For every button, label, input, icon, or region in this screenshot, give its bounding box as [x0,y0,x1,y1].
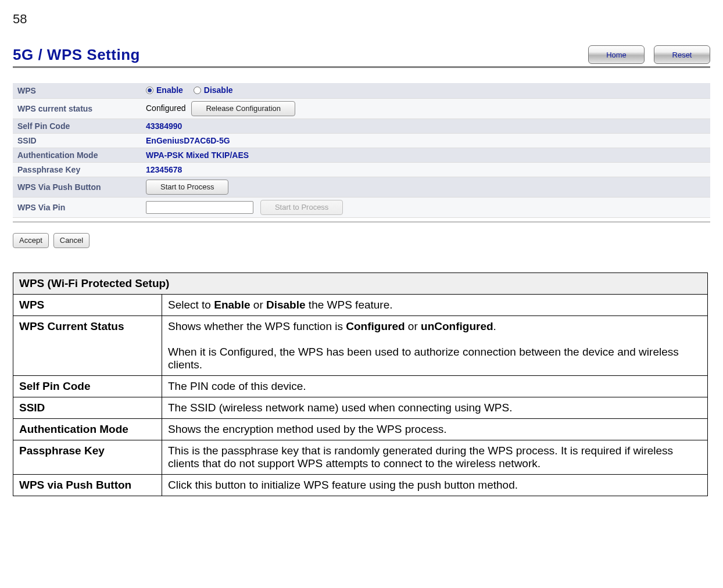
label-status: WPS current status [13,98,141,119]
start-to-process-push-button[interactable]: Start to Process [146,180,228,195]
label-ssid: SSID [13,133,141,148]
doc-term: WPS Current Status [13,315,162,375]
doc-description: This is the passphrase key that is rando… [162,440,708,474]
label-pass: Passphrase Key [13,162,141,177]
page-number: 58 [13,12,710,27]
label-pin-in: WPS Via Pin [13,197,141,217]
value-ssid: EnGeniusD7AC6D-5G [141,133,710,148]
doc-term: Authentication Mode [13,418,162,440]
config-table: WPS Enable Disable WPS current status Co… [13,83,710,218]
doc-description: Shows whether the WPS function is Config… [162,315,708,375]
cancel-button[interactable]: Cancel [53,233,90,248]
row-pin-in: WPS Via Pin Start to Process [13,197,710,217]
doc-row: SSIDThe SSID (wireless network name) use… [13,397,708,418]
doc-description: Shows the encryption method used by the … [162,418,708,440]
row-wps: WPS Enable Disable [13,83,710,98]
doc-row: WPSSelect to Enable or Disable the WPS f… [13,294,708,315]
panel-header: 5G / WPS Setting Home Reset [13,45,710,68]
value-push: Start to Process [141,177,710,197]
footer-buttons: Accept Cancel [13,233,710,248]
doc-term: WPS [13,294,162,315]
row-pin: Self Pin Code 43384990 [13,119,710,133]
release-configuration-button[interactable]: Release Configuration [191,101,295,116]
radio-disable-label: Disable [204,85,233,95]
label-pin: Self Pin Code [13,119,141,133]
row-ssid: SSID EnGeniusD7AC6D-5G [13,133,710,148]
value-status: Configured Release Configuration [141,98,710,119]
value-auth: WPA-PSK Mixed TKIP/AES [141,148,710,162]
doc-term: WPS via Push Button [13,474,162,496]
reset-button[interactable]: Reset [654,45,710,64]
doc-row: WPS via Push ButtonClick this button to … [13,474,708,496]
row-push: WPS Via Push Button Start to Process [13,177,710,197]
label-auth: Authentication Mode [13,148,141,162]
wps-pin-input[interactable] [146,201,253,214]
doc-row: Authentication ModeShows the encryption … [13,418,708,440]
status-text: Configured [146,103,186,113]
row-auth: Authentication Mode WPA-PSK Mixed TKIP/A… [13,148,710,162]
value-wps: Enable Disable [141,83,710,98]
doc-description: The SSID (wireless network name) used wh… [162,397,708,418]
radio-dot-checked-icon [146,87,153,94]
panel-title: 5G / WPS Setting [13,46,579,64]
label-wps: WPS [13,83,141,98]
value-pin-in: Start to Process [141,197,710,217]
accept-button[interactable]: Accept [13,233,49,248]
doc-description: Select to Enable or Disable the WPS feat… [162,294,708,315]
doc-term: Passphrase Key [13,440,162,474]
doc-term: SSID [13,397,162,418]
radio-enable[interactable]: Enable [146,85,183,95]
doc-row: Passphrase KeyThis is the passphrase key… [13,440,708,474]
radio-enable-label: Enable [156,85,183,95]
page: 58 5G / WPS Setting Home Reset WPS Enabl… [0,0,723,519]
doc-row: WPS Current StatusShows whether the WPS … [13,315,708,375]
config-panel: 5G / WPS Setting Home Reset WPS Enable D… [13,45,710,223]
doc-term: Self Pin Code [13,375,162,397]
value-pin: 43384990 [141,119,710,133]
doc-row: Self Pin CodeThe PIN code of this device… [13,375,708,397]
row-pass: Passphrase Key 12345678 [13,162,710,177]
doc-table: WPS (Wi-Fi Protected Setup) WPSSelect to… [13,273,708,496]
row-status: WPS current status Configured Release Co… [13,98,710,119]
doc-description: Click this button to initialize WPS feat… [162,474,708,496]
value-pass: 12345678 [141,162,710,177]
label-push: WPS Via Push Button [13,177,141,197]
radio-disable[interactable]: Disable [194,85,233,95]
radio-dot-icon [194,87,201,94]
home-button[interactable]: Home [588,45,645,64]
doc-section-header: WPS (Wi-Fi Protected Setup) [13,273,708,294]
doc-description: The PIN code of this device. [162,375,708,397]
doc-section-row: WPS (Wi-Fi Protected Setup) [13,273,708,294]
start-to-process-pin-button[interactable]: Start to Process [260,200,343,215]
